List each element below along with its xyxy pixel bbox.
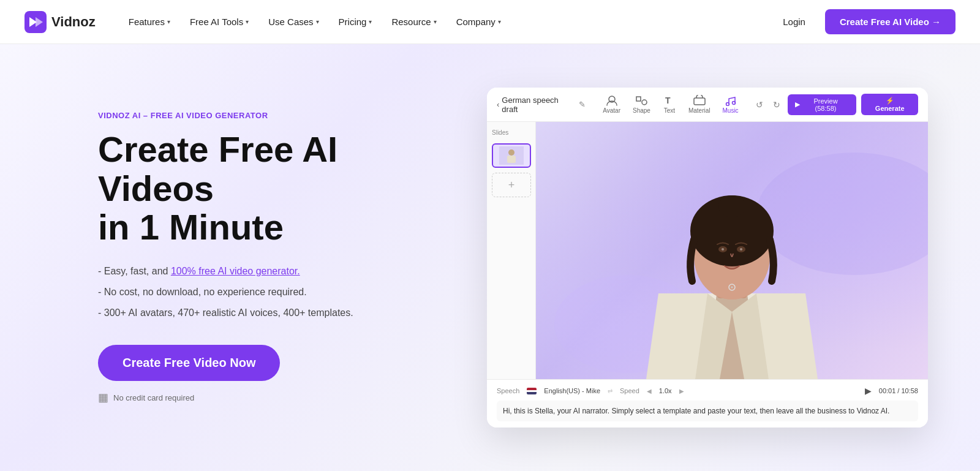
nav-freeaitools-label: Free AI Tools [190,17,243,27]
nav-resource-chevron: ▾ [434,18,437,25]
svg-point-9 [508,149,514,156]
mockup-toolbar: ‹ German speech draft ✎ Avatar [487,88,928,122]
no-credit-notice: ▦ No credit card required [98,391,435,404]
svg-text:T: T [665,96,671,105]
svg-point-6 [726,103,729,106]
mockup-tool-avatar[interactable]: Avatar [603,95,620,114]
svg-rect-10 [507,156,516,163]
play-button[interactable]: ▶ [865,386,872,396]
hero-bullets: - Easy, fast, and 100% free AI video gen… [98,264,435,320]
logo[interactable]: Vidnoz [24,11,96,33]
nav-features-chevron: ▾ [167,18,170,25]
mockup-tool-material[interactable]: Material [688,95,710,114]
logo-text: Vidnoz [51,14,96,30]
undo-button[interactable]: ↺ [753,97,766,112]
nav-item-pricing[interactable]: Pricing ▾ [330,12,381,32]
nav-pricing-label: Pricing [339,17,367,27]
mockup-draft-title: German speech draft [502,96,576,114]
cta-main-button[interactable]: Create Free Video Now [98,345,280,381]
speech-label: Speech [497,387,519,394]
shape-tool-label: Shape [633,107,650,114]
no-credit-text: No credit card required [113,393,194,402]
logo-icon [24,11,47,33]
speech-text: Hi, this is Stella, your AI narrator. Si… [497,401,918,421]
redo-button[interactable]: ↻ [771,97,783,112]
nav-usecases-label: Use Cases [268,17,313,27]
back-arrow-icon: ‹ [497,100,499,109]
mockup-body: Slides + [487,122,928,379]
svg-point-7 [732,102,735,105]
app-mockup: ‹ German speech draft ✎ Avatar [487,88,928,428]
slide-thumbnail-1[interactable] [492,143,531,168]
avatar-tool-label: Avatar [603,107,620,114]
avatar-figure [536,122,928,379]
material-tool-label: Material [688,107,710,114]
preview-label: Preview (58:58) [802,97,850,112]
speed-minus[interactable]: ◀ [647,388,652,394]
hero-title-line1: Create Free AI Videos [98,129,337,208]
edit-icon[interactable]: ✎ [579,100,586,109]
preview-button[interactable]: ▶ Preview (58:58) [788,94,857,115]
nav-item-company[interactable]: Company ▾ [448,12,510,32]
mockup-tool-shape[interactable]: Shape [633,95,650,114]
mockup-controls: ↺ ↻ ▶ Preview (58:58) ⚡ Generate [753,94,918,115]
login-button[interactable]: Login [773,12,815,32]
mockup-canvas [536,122,928,379]
nav-pricing-chevron: ▾ [369,18,372,25]
hero-bullet1-highlight: 100% free AI video generator. [171,266,300,276]
text-tool-icon: T [663,95,676,106]
nav-usecases-chevron: ▾ [316,18,319,25]
nav-company-chevron: ▾ [498,18,501,25]
nav-links: Features ▾ Free AI Tools ▾ Use Cases ▾ P… [120,12,774,32]
svg-point-3 [642,100,647,105]
nav-item-free-ai-tools[interactable]: Free AI Tools ▾ [181,12,257,32]
shape-tool-icon [635,95,648,106]
svg-rect-5 [694,98,705,105]
mockup-back-button[interactable]: ‹ German speech draft ✎ [497,96,586,114]
svg-point-23 [718,195,745,217]
nav-freeaitools-chevron: ▾ [246,18,249,25]
mockup-bottom-panel: Speech English(US) - Mike ⇄ Speed ◀ 1.0x… [487,379,928,428]
nav-features-label: Features [129,17,165,27]
hero-bullet-2: - No cost, no download, no experience re… [98,285,435,300]
nav-right: Login Create Free AI Video → [773,9,956,34]
svg-rect-2 [636,97,641,101]
speed-value: 1.0x [659,387,672,394]
generate-button[interactable]: ⚡ Generate [861,94,918,115]
cta-nav-button[interactable]: Create Free AI Video → [825,9,956,34]
speed-label: Speed [620,387,639,394]
material-tool-icon [693,95,706,106]
nav-item-resource[interactable]: Resource ▾ [383,12,445,32]
svg-point-29 [731,287,733,288]
hero-section: Vidnoz AI – FREE AI VIDEO GENERATOR Crea… [0,44,980,471]
avatar-tool-icon [605,95,619,106]
slides-label: Slides [492,129,530,136]
svg-point-27 [740,248,742,251]
svg-point-11 [756,153,928,275]
svg-point-26 [722,248,724,251]
hero-right: ‹ German speech draft ✎ Avatar [484,88,931,428]
nav-company-label: Company [456,17,496,27]
nav-item-features[interactable]: Features ▾ [120,12,179,32]
hero-title: Create Free AI Videos in 1 Minute [98,130,435,247]
mockup-tool-text[interactable]: T Text [663,95,676,114]
language-flag [527,388,537,394]
slide-add-button[interactable]: + [492,173,531,197]
separator1: ⇄ [608,388,612,394]
speed-plus[interactable]: ▶ [679,388,684,394]
hero-bullet-3: - 300+ AI avatars, 470+ realistic AI voi… [98,306,435,320]
language-text: English(US) - Mike [544,387,600,394]
hero-left: Vidnoz AI – FREE AI VIDEO GENERATOR Crea… [98,111,435,404]
credit-card-icon: ▦ [98,391,108,404]
mockup-speech-row: Speech English(US) - Mike ⇄ Speed ◀ 1.0x… [497,386,918,396]
hero-bullet-1: - Easy, fast, and 100% free AI video gen… [98,264,435,279]
avatar-svg [536,140,928,379]
mockup-tools: Avatar Shape T Text [603,95,738,114]
hero-title-line2: in 1 Minute [98,207,284,247]
mockup-tool-music[interactable]: Music [722,95,738,114]
nav-item-use-cases[interactable]: Use Cases ▾ [260,12,327,32]
music-tool-icon [724,95,737,106]
navbar: Vidnoz Features ▾ Free AI Tools ▾ Use Ca… [0,0,980,44]
mockup-slides-panel: Slides + [487,122,536,379]
nav-resource-label: Resource [391,17,431,27]
